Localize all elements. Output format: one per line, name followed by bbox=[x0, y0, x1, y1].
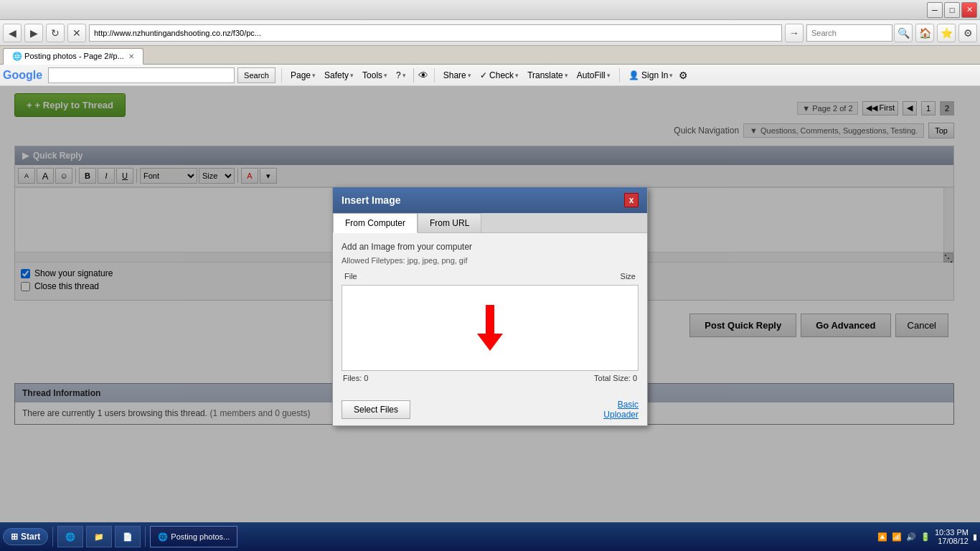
taskbar: ⊞ Start 🌐 📁 📄 🌐 Posting photos... 🔼 📶 🔊 … bbox=[0, 522, 980, 551]
modal-footer: Select Files Basic Uploader bbox=[333, 394, 647, 425]
start-button[interactable]: ⊞ Start bbox=[3, 528, 48, 545]
taskbar-item-ie[interactable]: 🌐 bbox=[57, 526, 83, 547]
files-count: Files: 0 bbox=[343, 374, 368, 382]
address-bar[interactable] bbox=[89, 24, 782, 42]
help-menu[interactable]: ?▾ bbox=[393, 69, 409, 82]
modal-close-button[interactable]: x bbox=[624, 193, 639, 207]
refresh-button[interactable]: ↻ bbox=[46, 24, 65, 42]
share-menu[interactable]: Share▾ bbox=[440, 69, 474, 82]
basic-link[interactable]: Basic bbox=[618, 400, 639, 410]
modal-overlay: Insert Image x From Computer From URL Ad… bbox=[0, 86, 980, 551]
chevron-down-icon: ▾ bbox=[669, 72, 673, 79]
maximize-button[interactable]: □ bbox=[944, 2, 960, 18]
settings-icon: ⚙ bbox=[679, 70, 688, 81]
file-drop-area[interactable] bbox=[341, 285, 639, 371]
home-button[interactable]: 🏠 bbox=[915, 24, 934, 42]
go-button[interactable]: → bbox=[785, 24, 804, 42]
browser-icon: 🌐 bbox=[158, 532, 168, 542]
file-stats-row: Files: 0 Total Size: 0 bbox=[341, 371, 639, 385]
modal-title: Insert Image bbox=[341, 194, 400, 206]
divider bbox=[145, 527, 146, 547]
modal-description: Add an Image from your computer bbox=[341, 242, 639, 252]
modal-allowed-types: Allowed Filetypes: jpg, jpeg, png, gif bbox=[341, 256, 639, 265]
check-menu[interactable]: ✓ Check▾ bbox=[477, 69, 522, 82]
chevron-down-icon: ▾ bbox=[565, 72, 568, 79]
divider bbox=[413, 68, 414, 83]
forward-button[interactable]: ▶ bbox=[24, 24, 43, 42]
tab-from-computer[interactable]: From Computer bbox=[333, 213, 418, 233]
windows-icon: ⊞ bbox=[11, 532, 18, 542]
page-menu[interactable]: Page▾ bbox=[288, 69, 319, 82]
uploader-link[interactable]: Uploader bbox=[603, 410, 639, 420]
taskbar-item-browser[interactable]: 🌐 Posting photos... bbox=[150, 526, 237, 547]
search-input[interactable] bbox=[806, 24, 892, 42]
network-icon: 📶 bbox=[892, 532, 902, 542]
folder-icon: 📁 bbox=[94, 532, 104, 542]
google-search-input[interactable] bbox=[48, 67, 235, 83]
battery-icon: 🔋 bbox=[920, 532, 930, 542]
ie-icon: 🌐 bbox=[65, 532, 75, 542]
divider bbox=[281, 68, 282, 83]
back-button[interactable]: ◀ bbox=[3, 24, 22, 42]
taskbar-item-doc[interactable]: 📄 bbox=[115, 526, 141, 547]
notification-icon: 🔼 bbox=[877, 532, 887, 542]
total-size: Total Size: 0 bbox=[594, 374, 637, 382]
tab-bar: 🌐 Posting photos - Page 2#p... ✕ bbox=[0, 46, 980, 65]
autofill-menu[interactable]: AutoFill▾ bbox=[574, 69, 613, 82]
tab-close-icon[interactable]: ✕ bbox=[128, 52, 134, 60]
settings-button[interactable]: ⚙ bbox=[958, 24, 977, 42]
arrow-down-icon bbox=[477, 305, 503, 351]
divider bbox=[52, 527, 53, 547]
close-button[interactable]: ✕ bbox=[961, 2, 977, 18]
modal-body: Add an Image from your computer Allowed … bbox=[333, 233, 647, 394]
chevron-down-icon: ▾ bbox=[607, 72, 611, 79]
chevron-down-icon: ▾ bbox=[515, 72, 519, 79]
divider bbox=[434, 68, 435, 83]
file-table-header: File Size bbox=[341, 270, 639, 282]
file-col-header: File bbox=[344, 272, 357, 281]
tools-menu[interactable]: Tools▾ bbox=[359, 69, 390, 82]
chevron-down-icon: ▾ bbox=[402, 72, 406, 79]
favorites-button[interactable]: ⭐ bbox=[937, 24, 956, 42]
chevron-down-icon: ▾ bbox=[350, 72, 354, 79]
chevron-down-icon: ▾ bbox=[384, 72, 387, 79]
translate-menu[interactable]: Translate▾ bbox=[524, 69, 571, 82]
chevron-down-icon: ▾ bbox=[312, 72, 316, 79]
tab-label: 🌐 Posting photos - Page 2#p... bbox=[12, 52, 124, 61]
google-toolbar: Google Search Page▾ Safety▾ Tools▾ ?▾ 👁 … bbox=[0, 65, 980, 86]
signin-menu[interactable]: 👤 Sign In▾ bbox=[626, 69, 677, 82]
tab-from-url[interactable]: From URL bbox=[418, 213, 481, 232]
tab-active[interactable]: 🌐 Posting photos - Page 2#p... ✕ bbox=[3, 48, 143, 65]
show-desktop-icon[interactable]: ▮ bbox=[973, 532, 977, 542]
basic-uploader-link: Basic Uploader bbox=[603, 400, 639, 420]
chevron-down-icon: ▾ bbox=[468, 72, 471, 79]
search-button[interactable]: 🔍 bbox=[894, 24, 913, 42]
insert-image-dialog: Insert Image x From Computer From URL Ad… bbox=[332, 187, 648, 426]
taskbar-clock: 10:33 PM 17/08/12 bbox=[935, 528, 969, 545]
stop-button[interactable]: ✕ bbox=[67, 24, 86, 42]
google-search-button[interactable]: Search bbox=[237, 67, 275, 83]
divider bbox=[619, 68, 620, 83]
modal-tabs: From Computer From URL bbox=[333, 213, 647, 233]
modal-title-bar: Insert Image x bbox=[333, 187, 647, 213]
safety-menu[interactable]: Safety▾ bbox=[321, 69, 357, 82]
document-icon: 📄 bbox=[123, 532, 133, 542]
volume-icon: 🔊 bbox=[906, 532, 916, 542]
minimize-button[interactable]: ─ bbox=[927, 2, 943, 18]
select-files-button[interactable]: Select Files bbox=[341, 400, 410, 419]
taskbar-right: 🔼 📶 🔊 🔋 10:33 PM 17/08/12 ▮ bbox=[877, 528, 977, 545]
size-col-header: Size bbox=[621, 272, 636, 281]
eye-icon: 👁 bbox=[418, 70, 428, 81]
nav-bar: ◀ ▶ ↻ ✕ → 🔍 🏠 ⭐ ⚙ bbox=[0, 20, 980, 46]
title-bar: ─ □ ✕ bbox=[0, 0, 980, 20]
google-logo: Google bbox=[3, 69, 42, 82]
title-bar-buttons: ─ □ ✕ bbox=[927, 2, 977, 18]
taskbar-item-folder[interactable]: 📁 bbox=[86, 526, 112, 547]
